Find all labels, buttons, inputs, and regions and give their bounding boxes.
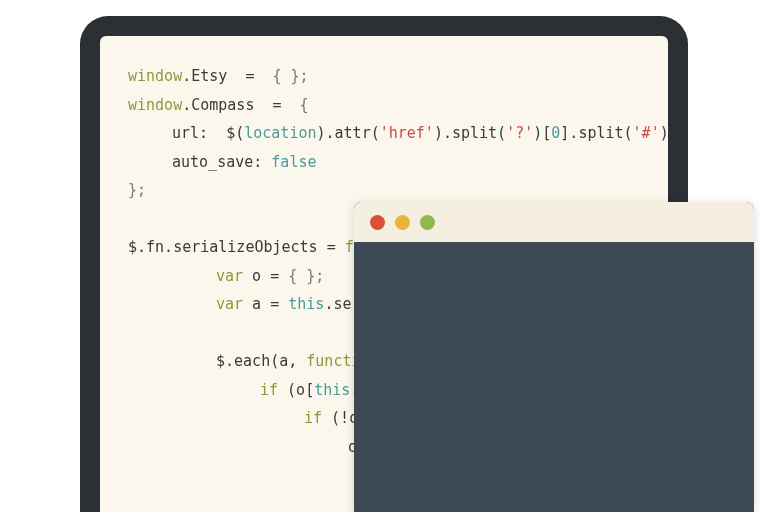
- stage: window.Etsy = { }; window.Compass = { ur…: [0, 0, 768, 512]
- keyword-this: this: [314, 381, 350, 399]
- code-text: auto_save:: [172, 153, 271, 171]
- minimize-icon[interactable]: [395, 215, 410, 230]
- keyword-if: if: [260, 381, 278, 399]
- string-href: 'href': [380, 124, 434, 142]
- number-zero: 0: [551, 124, 560, 142]
- code-text: ).attr(: [317, 124, 380, 142]
- keyword-window: window: [128, 67, 182, 85]
- brace-close: }: [128, 181, 137, 199]
- code-text: o =: [243, 267, 288, 285]
- code-text: $.each(a,: [216, 352, 306, 370]
- code-text: $.fn.serializeObjects =: [128, 238, 345, 256]
- keyword-false: false: [271, 153, 316, 171]
- close-icon[interactable]: [370, 215, 385, 230]
- semicolon: ;: [137, 181, 146, 199]
- semicolon: ;: [315, 267, 324, 285]
- semicolon: ;: [300, 67, 309, 85]
- string-hash: '#': [633, 124, 660, 142]
- code-line: };: [128, 176, 640, 205]
- code-text: ].split(: [560, 124, 632, 142]
- code-line: window.Compass = {: [128, 91, 640, 120]
- string-qmark: '?': [506, 124, 533, 142]
- code-line: window.Etsy = { };: [128, 62, 640, 91]
- code-text: )[: [533, 124, 551, 142]
- code-text: a =: [243, 295, 288, 313]
- keyword-var: var: [216, 267, 243, 285]
- brace-open: {: [300, 96, 309, 114]
- code-text: .Etsy =: [182, 67, 272, 85]
- code-line: url: $(location).attr('href').split('?')…: [128, 119, 640, 148]
- braces: { }: [288, 267, 315, 285]
- window-titlebar[interactable]: [354, 202, 754, 242]
- keyword-var: var: [216, 295, 243, 313]
- code-text: (o[: [278, 381, 314, 399]
- keyword-this: this: [288, 295, 324, 313]
- identifier-location: location: [244, 124, 316, 142]
- code-text: .Compass =: [182, 96, 299, 114]
- code-text: url: $(: [172, 124, 244, 142]
- terminal-window[interactable]: [354, 202, 754, 512]
- code-text: ).split(: [434, 124, 506, 142]
- keyword-if: if: [304, 409, 322, 427]
- code-text: )[: [660, 124, 668, 142]
- code-line: auto_save: false: [128, 148, 640, 177]
- keyword-window: window: [128, 96, 182, 114]
- terminal-body[interactable]: [354, 242, 754, 512]
- braces: { }: [273, 67, 300, 85]
- zoom-icon[interactable]: [420, 215, 435, 230]
